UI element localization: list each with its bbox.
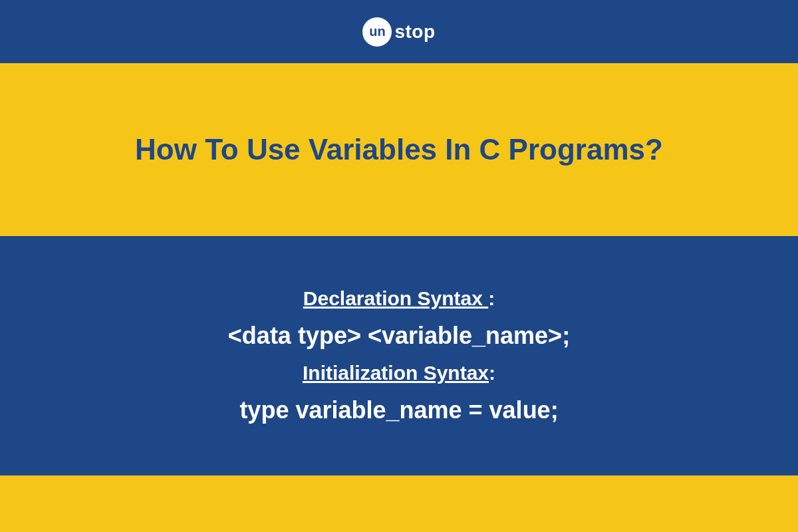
brand-logo: un stop — [362, 17, 435, 47]
footer-bar — [0, 475, 798, 532]
declaration-colon: : — [488, 287, 495, 309]
content-section: Declaration Syntax : <data type> <variab… — [0, 236, 798, 475]
initialization-colon: : — [489, 362, 495, 384]
header-bar: un stop — [0, 0, 798, 63]
logo-suffix-text: stop — [394, 21, 435, 43]
logo-circle-icon: un — [362, 17, 392, 47]
declaration-label: Declaration Syntax : — [303, 287, 495, 310]
title-section: How To Use Variables In C Programs? — [0, 63, 798, 236]
declaration-code: <data type> <variable_name>; — [228, 322, 570, 350]
declaration-label-text: Declaration Syntax — [303, 287, 488, 309]
initialization-label-text: Initialization Syntax — [303, 362, 489, 384]
page-title: How To Use Variables In C Programs? — [135, 130, 663, 168]
initialization-code: type variable_name = value; — [239, 396, 558, 424]
initialization-label: Initialization Syntax: — [303, 362, 495, 384]
logo-circle-text: un — [369, 24, 385, 39]
